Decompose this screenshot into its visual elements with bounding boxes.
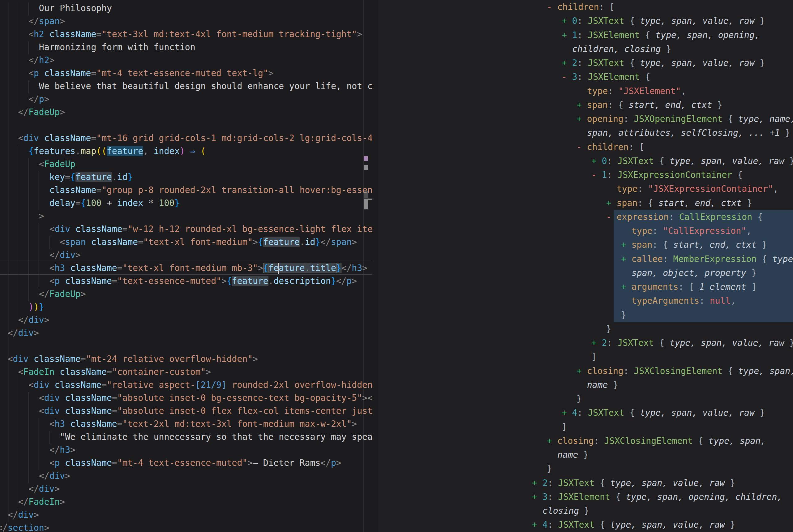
code-line[interactable]: <h2 className="text-3xl md:text-4xl font… [0, 28, 372, 41]
ast-line[interactable]: + closing: JSXClosingElement { type, spa… [378, 434, 793, 448]
code-line[interactable]: </div> [0, 327, 372, 340]
code-line[interactable]: <p className="text-essence-muted">{featu… [0, 275, 372, 288]
ast-collapse-toggle-icon[interactable]: - [606, 212, 617, 222]
ast-line[interactable]: type: "CallExpression", [378, 224, 793, 238]
ast-line[interactable]: - 1: JSXExpressionContainer { [378, 168, 793, 182]
code-line[interactable]: <div className="relative aspect-[21/9] r… [0, 379, 372, 392]
ast-expand-toggle-icon[interactable]: + [562, 30, 572, 40]
ast-collapse-toggle-icon[interactable]: - [562, 72, 572, 82]
code-line[interactable]: </div> [0, 509, 372, 521]
code-line[interactable]: </h2> [0, 54, 372, 67]
ast-line[interactable]: children, closing } [378, 42, 793, 56]
code-line[interactable]: <p className="mt-4 text-essence-muted te… [0, 67, 372, 80]
code-line[interactable]: ))} [0, 301, 372, 314]
ast-line[interactable]: } [378, 308, 793, 322]
code-line[interactable]: <div className="absolute inset-0 bg-esse… [0, 392, 372, 404]
ast-line[interactable]: - 3: JSXElement { [378, 70, 793, 84]
code-line[interactable]: </div> [0, 314, 372, 327]
code-line[interactable]: <span className="text-xl font-medium">{f… [0, 236, 372, 249]
ast-collapse-toggle-icon[interactable]: - [591, 170, 602, 180]
ast-expand-toggle-icon[interactable]: + [577, 366, 587, 376]
ast-expand-toggle-icon[interactable]: + [532, 520, 542, 530]
ast-line[interactable]: + opening: JSXOpeningElement { type, nam… [378, 112, 793, 126]
code-line[interactable] [0, 340, 372, 353]
ast-line[interactable]: - children: [ [378, 0, 793, 14]
code-line[interactable]: </h3> [0, 443, 372, 457]
ast-expand-toggle-icon[interactable]: + [532, 478, 542, 488]
ast-expand-toggle-icon[interactable]: + [547, 436, 557, 446]
code-line[interactable]: {features.map((feature, index) ⇒ ( [0, 145, 372, 158]
ast-line[interactable]: + span: { start, end, ctxt } [378, 196, 793, 210]
ast-line[interactable]: + 3: JSXElement { type, span, opening, c… [378, 490, 793, 504]
code-line[interactable]: </div> [0, 482, 372, 495]
ast-expand-toggle-icon[interactable]: + [591, 156, 602, 166]
ast-expand-toggle-icon[interactable]: + [606, 198, 617, 208]
ast-line[interactable]: typeArguments: null, [378, 294, 793, 308]
code-line-current[interactable]: <h3 className="text-xl font-medium mb-3"… [0, 262, 372, 275]
code-line[interactable]: <div className="w-12 h-12 rounded-xl bg-… [0, 223, 372, 236]
ast-line[interactable]: span, object, property } [378, 266, 793, 280]
ast-collapse-toggle-icon[interactable]: - [547, 2, 557, 12]
ast-line[interactable]: + span: { start, end, ctxt } [378, 98, 793, 112]
ast-line[interactable]: } [378, 392, 793, 406]
code-line[interactable]: </FadeUp> [0, 106, 372, 119]
ast-line[interactable]: + 4: JSXText { type, span, value, raw } [378, 518, 793, 532]
code-line[interactable]: Harmonizing form with function [0, 41, 372, 54]
ast-line[interactable]: + 2: JSXText { type, span, value, raw } [378, 56, 793, 70]
ast-expand-toggle-icon[interactable]: + [532, 492, 542, 502]
code-line[interactable]: <div className="mt-24 relative overflow-… [0, 353, 372, 366]
code-line[interactable]: </section> [0, 521, 372, 532]
ast-line[interactable]: - children: [ [378, 140, 793, 154]
ast-expand-toggle-icon[interactable]: + [577, 114, 587, 124]
code-line[interactable]: className="group p-8 rounded-2xl transit… [0, 184, 372, 197]
code-line[interactable]: <p className="mt-4 text-essence-muted">–… [0, 457, 372, 470]
code-line[interactable]: </FadeIn> [0, 495, 372, 509]
code-editor-panel[interactable]: Our Philosophy</span><h2 className="text… [0, 0, 378, 532]
code-line[interactable]: delay={100 + index * 100} [0, 197, 372, 210]
ast-expand-toggle-icon[interactable]: + [562, 408, 572, 418]
ast-expand-toggle-icon[interactable]: + [562, 58, 572, 68]
ast-line[interactable]: type: "JSXElement", [378, 84, 793, 98]
ast-collapse-toggle-icon[interactable]: - [577, 142, 587, 152]
code-line[interactable]: We believe that beautiful design should … [0, 80, 372, 93]
ast-line[interactable]: + span: { start, end, ctxt } [378, 238, 793, 252]
code-line[interactable]: <FadeUp [0, 158, 372, 171]
ast-line[interactable]: - expression: CallExpression { [378, 210, 793, 224]
code-line[interactable]: </div> [0, 470, 372, 482]
ast-line[interactable]: name } [378, 378, 793, 392]
code-line[interactable]: <div className="absolute inset-0 flex fl… [0, 404, 372, 418]
code-line[interactable]: <FadeIn className="container-custom"> [0, 366, 372, 379]
ast-line[interactable]: type: "JSXExpressionContainer", [378, 182, 793, 196]
ast-line[interactable]: } [378, 462, 793, 476]
ast-expand-toggle-icon[interactable]: + [577, 100, 587, 110]
ast-expand-toggle-icon[interactable]: + [562, 16, 572, 26]
ast-expand-toggle-icon[interactable]: + [591, 338, 602, 348]
code-line[interactable]: key={feature.id} [0, 171, 372, 184]
ast-line[interactable]: + arguments: [ 1 element ] [378, 280, 793, 294]
code-line[interactable]: <div className="mt-16 grid grid-cols-1 m… [0, 132, 372, 145]
ast-line[interactable]: ] [378, 420, 793, 434]
ast-line[interactable]: + 4: JSXText { type, span, value, raw } [378, 406, 793, 420]
ast-line[interactable]: name } [378, 448, 793, 462]
code-line[interactable]: "We eliminate the unnecessary so that th… [0, 431, 372, 443]
ast-line[interactable]: + 0: JSXText { type, span, value, raw } [378, 154, 793, 168]
ast-tree-panel[interactable]: - children: [+ 0: JSXText { type, span, … [378, 0, 793, 532]
ast-line[interactable]: + closing: JSXClosingElement { type, spa… [378, 364, 793, 378]
ast-line[interactable]: } [378, 322, 793, 336]
ast-line[interactable]: ] [378, 350, 793, 364]
code-line[interactable]: </div> [0, 249, 372, 262]
ast-line[interactable]: span, attributes, selfClosing, ... +1 } [378, 126, 793, 140]
ast-line[interactable]: + 2: JSXText { type, span, value, raw } [378, 476, 793, 490]
ast-line[interactable]: closing } [378, 504, 793, 518]
ast-expand-toggle-icon[interactable]: + [621, 240, 632, 250]
panel-divider[interactable] [378, 0, 378, 532]
ast-line[interactable]: + 1: JSXElement { type, span, opening, [378, 28, 793, 42]
code-line[interactable]: </span> [0, 15, 372, 28]
ast-line[interactable]: + 0: JSXText { type, span, value, raw } [378, 14, 793, 28]
ast-expand-toggle-icon[interactable]: + [621, 254, 632, 264]
ast-expand-toggle-icon[interactable]: + [621, 282, 632, 292]
code-line[interactable] [0, 119, 372, 132]
ast-line[interactable]: + 2: JSXText { type, span, value, raw } [378, 336, 793, 350]
ast-line[interactable]: + callee: MemberExpression { type, [378, 252, 793, 266]
code-line[interactable]: </FadeUp> [0, 288, 372, 301]
